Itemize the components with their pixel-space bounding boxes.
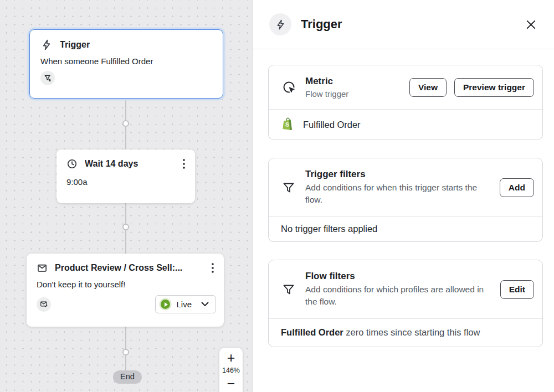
trigger-node-description: When someone Fulfilled Order <box>40 56 212 66</box>
metric-icon <box>281 80 296 95</box>
metric-card-title: Metric <box>305 76 348 87</box>
shopify-icon: S <box>281 117 295 132</box>
flow-filters-title: Flow filters <box>305 271 491 282</box>
flow-editor: Trigger When someone Fulfilled Order Wai… <box>0 0 554 392</box>
metric-card: Metric Flow trigger View Preview trigger <box>268 65 543 140</box>
metric-card-titles: Metric Flow trigger <box>305 76 348 99</box>
trigger-filters-titles: Trigger filters Add conditions for when … <box>305 169 491 206</box>
flow-filters-summary-rest: zero times since starting this flow <box>343 327 480 337</box>
trigger-filters-title: Trigger filters <box>305 169 491 180</box>
metric-card-subtitle: Flow trigger <box>305 89 348 99</box>
flow-connector-line <box>125 98 126 372</box>
panel-title: Trigger <box>301 17 342 32</box>
funnel-icon <box>281 181 296 194</box>
flow-filters-summary: Fulfilled Order zero times since startin… <box>281 327 480 338</box>
email-status-label: Live <box>176 300 192 309</box>
filter-profile-icon <box>44 74 52 82</box>
kebab-icon <box>183 159 185 169</box>
funnel-icon <box>281 283 296 296</box>
flow-filters-titles: Flow filters Add conditions for which pr… <box>305 271 491 308</box>
clock-icon <box>66 158 78 169</box>
flow-end-label: End <box>113 370 142 384</box>
add-filter-button[interactable]: Add <box>500 178 534 197</box>
panel-body: Metric Flow trigger View Preview trigger <box>253 49 554 347</box>
wait-node[interactable]: Wait 14 days 9:00a <box>57 149 195 203</box>
email-node[interactable]: Product Review / Cross Sell:... Don't ke… <box>27 254 224 327</box>
email-node-menu-button[interactable] <box>209 262 216 274</box>
email-node-title: Product Review / Cross Sell:... <box>55 263 182 273</box>
kebab-icon <box>212 263 214 273</box>
flow-filters-card: Flow filters Add conditions for which pr… <box>268 260 543 347</box>
flow-filters-description: Add conditions for which profiles are al… <box>305 283 491 308</box>
wait-node-menu-button[interactable] <box>181 158 187 170</box>
zoom-level: 146% <box>222 367 240 374</box>
email-node-subject: Don't keep it to yourself! <box>37 280 216 289</box>
add-step-node[interactable] <box>122 349 129 355</box>
view-button[interactable]: View <box>409 78 447 97</box>
zoom-in-button[interactable]: + <box>227 350 235 365</box>
svg-text:S: S <box>285 121 290 127</box>
envelope-icon <box>37 262 48 274</box>
lightning-icon <box>275 19 286 30</box>
add-step-node[interactable] <box>122 120 129 127</box>
metric-name: Fulfilled Order <box>303 120 361 130</box>
trigger-node-title: Trigger <box>60 40 90 50</box>
trigger-detail-panel: Trigger Metric Flow trigger <box>253 0 554 392</box>
zoom-out-button[interactable]: − <box>227 376 235 391</box>
edit-filter-button[interactable]: Edit <box>500 280 534 299</box>
flow-filters-summary-metric: Fulfilled Order <box>281 327 343 337</box>
panel-header: Trigger <box>253 0 554 49</box>
preview-trigger-button[interactable]: Preview trigger <box>454 78 534 97</box>
trigger-filters-card: Trigger filters Add conditions for when … <box>268 158 543 242</box>
trigger-filter-badge <box>40 71 55 85</box>
email-status-dropdown[interactable]: Live <box>155 295 216 313</box>
envelope-check-icon <box>40 300 48 308</box>
close-panel-button[interactable] <box>525 18 537 31</box>
lightning-icon <box>40 39 53 51</box>
trigger-node[interactable]: Trigger When someone Fulfilled Order <box>29 29 223 99</box>
zoom-controls: + 146% − <box>219 348 243 392</box>
trigger-filters-empty-state: No trigger filters applied <box>281 224 377 234</box>
trigger-filters-description: Add conditions for when this trigger sta… <box>305 182 491 206</box>
chevron-down-icon <box>201 302 209 307</box>
add-step-node[interactable] <box>122 224 129 230</box>
wait-node-title: Wait 14 days <box>85 159 138 169</box>
wait-node-schedule: 9:00a <box>66 177 187 187</box>
close-icon <box>525 18 537 31</box>
email-status-badge <box>37 297 51 312</box>
play-icon <box>161 300 170 309</box>
flow-canvas[interactable]: Trigger When someone Fulfilled Order Wai… <box>0 0 253 392</box>
trigger-icon-circle <box>269 13 291 35</box>
